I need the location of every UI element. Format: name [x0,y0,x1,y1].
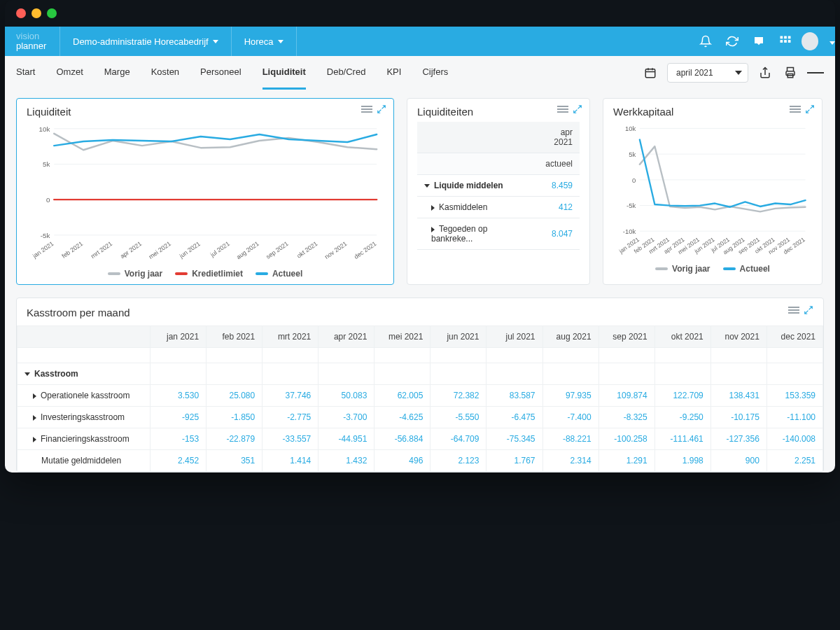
svg-rect-5 [788,40,791,43]
expand-icon[interactable] [377,104,386,116]
expand-icon[interactable] [805,104,815,116]
window-maximize-button[interactable] [47,8,57,18]
legend-item[interactable]: Actueel [723,264,770,274]
ks-cell: -10.175 [710,406,766,428]
tab-liquiditeit[interactable]: Liquiditeit [262,56,306,90]
apps-grid-icon[interactable] [772,27,799,56]
ks-group-row[interactable]: Kasstroom [18,363,150,384]
logo-line1: vision [16,31,59,41]
expand-icon[interactable] [573,104,582,116]
liquiditeit-chart: -5k05k10kjan 2021feb 2021mrt 2021apr 202… [27,122,384,266]
card-kasstroom: Kasstroom per maand jan 2021feb 2021mrt … [16,298,824,472]
card-menu-icon[interactable] [788,305,799,317]
ks-col-header: nov 2021 [710,326,766,347]
share-icon[interactable] [757,64,774,81]
ks-col-header: aug 2021 [542,326,598,347]
svg-text:-10k: -10k [623,227,636,235]
ks-row-label: Mutatie geldmiddelen [18,449,150,471]
ks-cell: -1.850 [206,406,262,428]
svg-rect-2 [788,36,791,39]
ks-cell: 1.998 [654,449,710,471]
print-icon[interactable] [782,64,799,81]
ks-cell: -56.884 [374,428,430,449]
app-header: vision planner Demo-administratie Horeca… [5,27,835,56]
admin-dropdown-label: Demo-administratie Horecabedrijf [73,36,209,47]
tab-marge[interactable]: Marge [104,56,130,90]
window-titlebar [5,0,835,27]
tab-omzet[interactable]: Omzet [56,56,83,90]
ks-cell: -5.550 [430,406,486,428]
ks-cell: 72.382 [430,384,486,406]
ks-cell: 2.452 [150,449,206,471]
card-liquiditeit: Liquiditeit -5k05k10kjan 2021feb 2021mrt… [16,98,394,285]
svg-text:apr 2021: apr 2021 [119,240,143,260]
tab-cijfers[interactable]: Cijfers [422,56,448,90]
card-liquiditeiten: Liquiditeiten apr 2021 actueel Liquide m… [407,98,590,285]
legend-item[interactable]: Vorig jaar [655,264,710,274]
legend-item[interactable]: Kredietlimiet [175,269,243,279]
ks-cell: -7.400 [542,406,598,428]
tab-start[interactable]: Start [16,56,35,90]
svg-rect-4 [784,40,787,43]
ks-cell: -153 [150,428,206,449]
liq-row-label[interactable]: Kasmiddelen [417,197,533,218]
refresh-icon[interactable] [719,27,746,56]
svg-text:0: 0 [46,196,50,204]
liq-row-label[interactable]: Tegoeden op bankreke... [417,218,533,250]
tab-kosten[interactable]: Kosten [151,56,179,90]
card-menu-icon[interactable] [361,104,372,116]
ks-col-header: mrt 2021 [262,326,318,347]
window-minimize-button[interactable] [31,8,41,18]
ks-col-header: jan 2021 [150,326,206,347]
ks-cell: 2.123 [430,449,486,471]
werkkapitaal-chart: -10k-5k05k10kjan 2021feb 2021mrt 2021apr… [613,122,812,261]
ks-cell: -33.557 [262,428,318,449]
ks-cell: 1.432 [318,449,374,471]
svg-text:dec 2021: dec 2021 [353,240,378,260]
ks-row-label[interactable]: Financieringskasstroom [18,428,150,449]
inbox-icon[interactable] [746,27,772,56]
svg-rect-6 [645,69,655,78]
admin-dropdown[interactable]: Demo-administratie Horecabedrijf [60,27,231,56]
svg-rect-0 [780,36,783,39]
calendar-icon[interactable] [642,64,659,81]
svg-text:-5k: -5k [41,232,50,239]
ks-cell: -140.008 [766,428,822,449]
liq-row-value: 8.047 [533,218,580,250]
ks-cell: -64.709 [430,428,486,449]
ks-cell: 62.005 [374,384,430,406]
tab-deb-cred[interactable]: Deb/Cred [327,56,366,90]
legend-item[interactable]: Vorig jaar [108,269,162,279]
svg-text:-5k: -5k [626,202,636,209]
ks-row-label[interactable]: Operationele kasstroom [18,384,150,406]
legend-item[interactable]: Actueel [255,269,302,279]
window-close-button[interactable] [16,8,26,18]
svg-text:5k: 5k [43,160,50,168]
expand-icon[interactable] [804,305,813,317]
liq-row-value: 412 [533,197,580,218]
ks-cell: -75.345 [486,428,542,449]
svg-text:jun 2021: jun 2021 [178,240,202,260]
period-select[interactable]: april 2021 [667,63,748,83]
menu-icon[interactable] [807,64,824,81]
liquiditeiten-table: apr 2021 actueel Liquide middelen8.459Ka… [417,122,580,250]
user-menu[interactable] [799,27,835,56]
ks-cell: -2.775 [262,406,318,428]
card-menu-icon[interactable] [557,104,568,116]
ks-cell: 37.746 [262,384,318,406]
ks-cell: -3.700 [318,406,374,428]
tab-personeel[interactable]: Personeel [200,56,241,90]
ks-cell: 138.431 [710,384,766,406]
ks-cell: -6.475 [486,406,542,428]
ks-row-label[interactable]: Investeringskasstroom [18,406,150,428]
card-menu-icon[interactable] [790,104,801,116]
svg-text:sep 2021: sep 2021 [265,240,290,260]
ks-cell: 2.251 [766,449,822,471]
ks-cell: 1.414 [262,449,318,471]
ks-cell: 351 [206,449,262,471]
logo-line2: planner [16,41,59,51]
sector-dropdown[interactable]: Horeca [232,27,296,56]
bell-icon[interactable] [692,27,719,56]
liq-row-label[interactable]: Liquide middelen [417,175,533,197]
tab-kpi[interactable]: KPI [386,56,401,90]
